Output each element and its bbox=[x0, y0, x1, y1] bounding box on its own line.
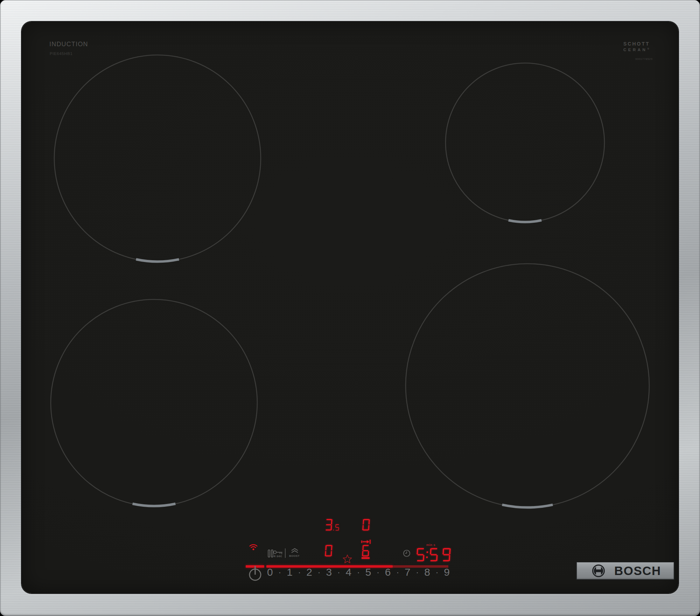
power-level-9[interactable]: 9 bbox=[444, 567, 450, 577]
seven-segment-char bbox=[362, 519, 370, 531]
pause-icon[interactable] bbox=[268, 549, 273, 558]
move-pan-icon bbox=[361, 539, 371, 544]
scale-dot: · bbox=[416, 568, 419, 577]
scale-dot: · bbox=[357, 568, 360, 577]
favourite-star-icon[interactable] bbox=[343, 554, 352, 563]
seven-segment-char bbox=[362, 545, 370, 556]
model-number: PIE645HB1 bbox=[50, 51, 73, 56]
scale-dot: · bbox=[435, 568, 439, 577]
zone-selected-underline bbox=[362, 557, 370, 559]
display-zone-front-left[interactable] bbox=[325, 545, 332, 556]
scale-dot: · bbox=[377, 568, 380, 577]
panel-divider bbox=[285, 548, 286, 558]
induction-hob: INDUCTION PIE645HB1 SCHOTT CERAN® 900177… bbox=[0, 0, 700, 616]
power-level-4[interactable]: 4 bbox=[346, 567, 352, 577]
display-zone-front-right[interactable] bbox=[362, 545, 369, 556]
power-level-6[interactable]: 6 bbox=[385, 567, 391, 577]
seven-segment-char bbox=[416, 548, 425, 561]
power-level-2[interactable]: 2 bbox=[306, 567, 312, 577]
power-level-7[interactable]: 7 bbox=[405, 567, 411, 577]
scale-dot: · bbox=[396, 568, 399, 577]
bosch-wordmark: BOSCH bbox=[614, 564, 661, 578]
seven-segment-char bbox=[335, 524, 340, 531]
timer-display bbox=[416, 548, 450, 561]
display-zone-back-right[interactable] bbox=[363, 519, 370, 531]
schott-logo-line1: SCHOTT bbox=[623, 41, 650, 47]
serial-number: 9001778529 bbox=[635, 57, 653, 61]
key-lock-label: 4 sec bbox=[274, 554, 282, 558]
schott-logo-line2: CERAN® bbox=[623, 48, 649, 52]
seven-segment-char bbox=[429, 548, 438, 561]
scale-dot: · bbox=[337, 568, 341, 577]
timer-unit-label: min s bbox=[426, 543, 435, 547]
seven-segment-char bbox=[325, 519, 332, 531]
scale-dot: · bbox=[298, 568, 301, 577]
seven-segment-char bbox=[325, 545, 332, 556]
power-level-scale[interactable]: 0·1·2·3·4·5·6·7·8·9 bbox=[267, 566, 450, 579]
bosch-badge: BOSCH bbox=[576, 562, 674, 580]
power-level-5[interactable]: 5 bbox=[365, 567, 371, 577]
scale-dot: · bbox=[278, 568, 281, 577]
seven-segment-char bbox=[333, 524, 335, 531]
power-icon[interactable] bbox=[249, 564, 261, 581]
induction-label: INDUCTION bbox=[49, 41, 88, 48]
timer-clock-icon[interactable] bbox=[403, 549, 411, 557]
display-zone-back-left[interactable] bbox=[325, 519, 339, 531]
bosch-logo-icon bbox=[592, 564, 606, 578]
power-level-0[interactable]: 0 bbox=[267, 567, 273, 577]
seven-segment-char bbox=[425, 548, 429, 561]
seven-segment-char bbox=[442, 548, 451, 561]
registered-mark: ® bbox=[647, 48, 649, 50]
ceramic-glass-surface bbox=[22, 22, 678, 593]
scale-dot: · bbox=[317, 568, 321, 577]
boost-label: BOOST bbox=[289, 554, 300, 558]
power-level-3[interactable]: 3 bbox=[326, 567, 332, 577]
wifi-icon bbox=[248, 542, 259, 551]
power-level-1[interactable]: 1 bbox=[287, 567, 293, 577]
power-level-8[interactable]: 8 bbox=[424, 567, 430, 577]
boost-icon[interactable] bbox=[291, 548, 299, 553]
